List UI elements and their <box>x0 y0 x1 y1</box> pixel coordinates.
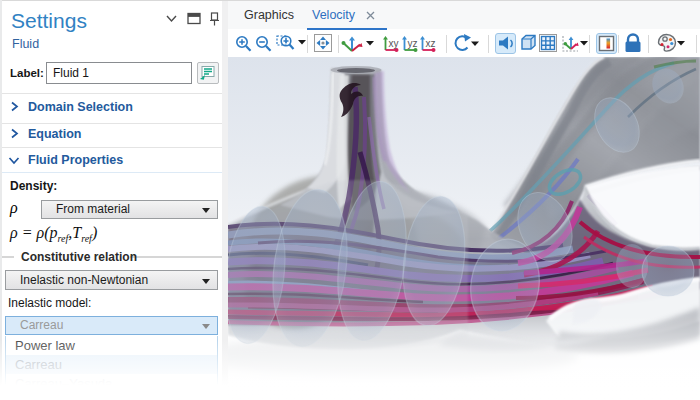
svg-text:yz: yz <box>408 38 418 49</box>
svg-text:xy: xy <box>389 38 399 49</box>
svg-text:xz: xz <box>426 38 436 49</box>
